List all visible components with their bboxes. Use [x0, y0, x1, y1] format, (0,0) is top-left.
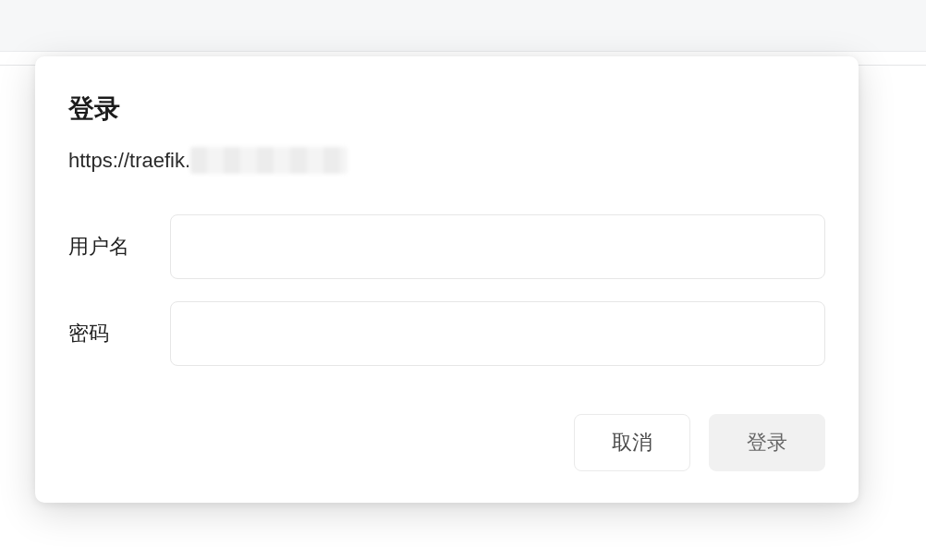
dialog-url-row: https://traefik. — [68, 147, 825, 174]
dialog-title: 登录 — [68, 91, 825, 127]
password-row: 密码 — [68, 301, 825, 366]
password-label: 密码 — [68, 320, 170, 347]
redacted-url-segment — [190, 147, 347, 174]
password-input[interactable] — [170, 301, 825, 366]
username-row: 用户名 — [68, 214, 825, 279]
login-dialog: 登录 https://traefik. 用户名 密码 取消 登录 — [35, 56, 859, 503]
dialog-url-text: https://traefik. — [68, 149, 190, 173]
top-bar — [0, 0, 926, 52]
cancel-button[interactable]: 取消 — [574, 414, 690, 471]
username-label: 用户名 — [68, 233, 170, 261]
dialog-buttons: 取消 登录 — [68, 414, 825, 471]
login-button[interactable]: 登录 — [709, 414, 825, 471]
username-input[interactable] — [170, 214, 825, 279]
